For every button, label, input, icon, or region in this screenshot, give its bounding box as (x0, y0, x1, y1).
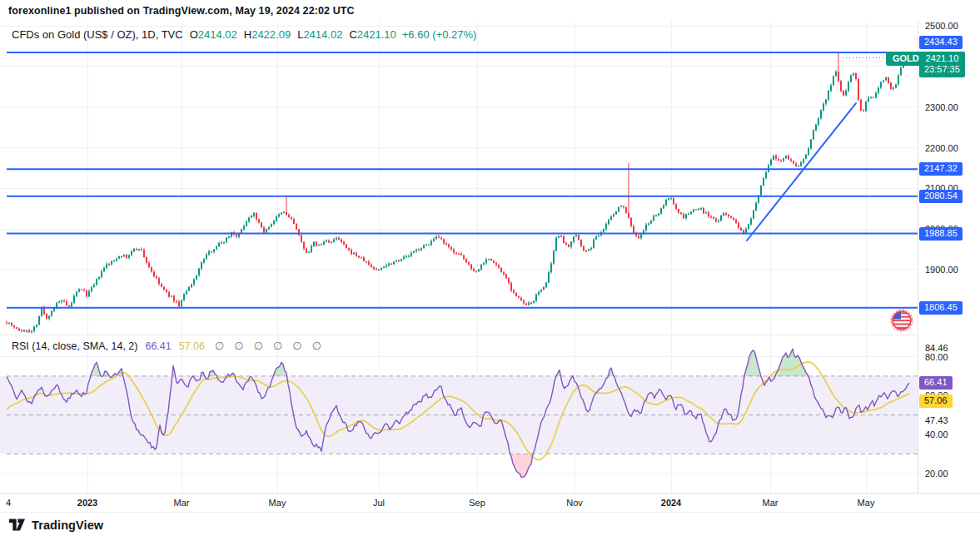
published-header: forexonline1 published on TradingView.co… (8, 5, 355, 17)
symbol-price-label: GOLD (886, 52, 926, 66)
muted-value-icon: ∅ (292, 340, 301, 352)
ohlc-value: 2421.10 (357, 28, 396, 41)
ohlc-value: 2414.02 (198, 28, 237, 41)
time-axis-label: 4 (6, 498, 11, 508)
muted-value-icon: ∅ (215, 340, 224, 352)
muted-value-icon: ∅ (273, 340, 282, 352)
price-level-badge: 2434.43 (919, 36, 963, 49)
page: forexonline1 published on TradingView.co… (0, 0, 980, 541)
time-axis-label: May (858, 498, 875, 508)
pane-divider[interactable] (0, 335, 980, 335)
ohlc-letter: H (244, 28, 251, 41)
time-axis-label: May (269, 498, 286, 508)
legend-change: +6.60 (+0.27%) (402, 28, 477, 41)
time-axis-label: Jul (373, 498, 385, 508)
rsi-level-badge: 66.41 (919, 376, 953, 390)
price-axis[interactable]: 2500.002300.002200.002100.002000.001900.… (918, 21, 980, 493)
us-flag-globe-icon (889, 308, 914, 333)
rsi-axis-label: 20.00 (923, 468, 951, 479)
tradingview-brand-text[interactable]: TradingView (32, 519, 103, 532)
current-price-badge: 2421.1023:57:35 (919, 52, 965, 77)
price-level-badge: 2080.54 (919, 190, 963, 203)
time-axis-label: Sep (469, 498, 485, 508)
ohlc-letter: C (349, 28, 356, 41)
price-axis-label: 1900.00 (923, 264, 961, 275)
price-level-badge: 1806.45 (919, 301, 963, 315)
ohlc-value: 2422.09 (251, 28, 291, 41)
rsi-axis-label: 80.00 (923, 351, 951, 363)
price-axis-label: 2200.00 (923, 142, 961, 154)
time-axis-label: 2023 (77, 498, 97, 508)
main-legend[interactable]: CFDs on Gold (US$ / OZ), 1D, TVCO2414.02… (12, 28, 476, 41)
muted-value-icon: ∅ (254, 340, 263, 352)
muted-values-icons: ∅∅∅∅∅∅ (205, 340, 321, 352)
price-axis-label: 2300.00 (923, 102, 961, 113)
symbol-title[interactable]: CFDs on Gold (US$ / OZ), 1D, TVC (12, 28, 183, 41)
ohlc-value: 2414.02 (303, 28, 342, 41)
rsi-legend[interactable]: RSI (14, close, SMA, 14, 2)66.4157.06∅∅∅… (12, 340, 321, 352)
time-axis-label: Mar (174, 498, 190, 508)
bar-countdown: 23:57:35 (924, 64, 960, 75)
tradingview-logo-icon[interactable] (8, 517, 26, 533)
rsi-sma-value: 57.06 (179, 340, 205, 352)
price-axis-label: 2500.00 (923, 20, 961, 32)
rsi-level-badge: 57.06 (919, 395, 953, 408)
rsi-indicator-title[interactable]: RSI (14, close, SMA, 14, 2) (12, 340, 137, 352)
rsi-axis-label: 47.43 (923, 414, 951, 426)
time-axis[interactable]: 42023MarMayJulSepNov2024MarMay (0, 493, 980, 513)
price-level-badge: 1988.85 (919, 227, 963, 241)
legend-ohlc-values: O2414.02H2422.09L2414.02C2421.10 (183, 28, 396, 41)
ohlc-letter: O (190, 28, 198, 41)
time-axis-label: 2024 (661, 498, 681, 508)
rsi-axis-label: 40.00 (923, 429, 951, 440)
main-price-pane[interactable] (0, 21, 918, 335)
footer: TradingView (8, 517, 103, 533)
current-price-value: 2421.10 (924, 53, 960, 64)
price-level-badge: 2147.32 (919, 162, 963, 176)
chart-container: CFDs on Gold (US$ / OZ), 1D, TVCO2414.02… (0, 21, 980, 513)
rsi-pane[interactable] (0, 335, 918, 493)
muted-value-icon: ∅ (234, 340, 243, 352)
time-axis-label: Nov (566, 498, 583, 508)
rsi-value: 66.41 (145, 340, 171, 352)
muted-value-icon: ∅ (312, 340, 321, 352)
time-axis-label: Mar (763, 498, 779, 508)
